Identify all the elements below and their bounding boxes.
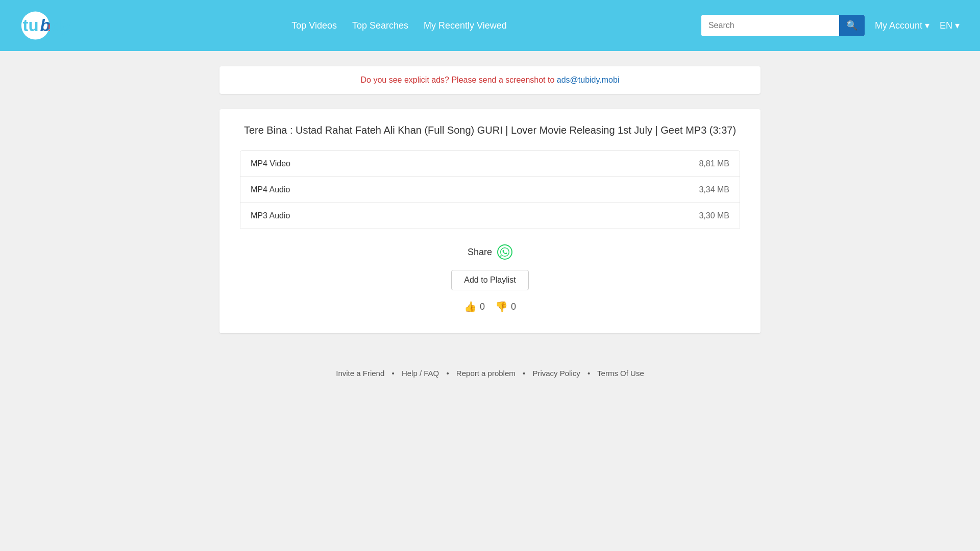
thumbup-icon: 👍 — [464, 300, 477, 313]
nav-recently-viewed[interactable]: My Recently Viewed — [424, 20, 507, 31]
main-nav: Top Videos Top Searches My Recently View… — [97, 20, 701, 31]
footer-help[interactable]: Help / FAQ — [402, 369, 439, 378]
ads-banner: Do you see explicit ads? Please send a s… — [219, 66, 761, 94]
share-label: Share — [468, 247, 492, 258]
footer-terms[interactable]: Terms Of Use — [597, 369, 644, 378]
svg-text:!: ! — [47, 22, 51, 33]
lang-selector[interactable]: EN ▾ — [940, 20, 960, 31]
thumbdown-icon: 👎 — [495, 300, 508, 313]
my-account-menu[interactable]: My Account ▾ — [875, 20, 929, 31]
footer-invite[interactable]: Invite a Friend — [336, 369, 384, 378]
download-label-1: MP4 Audio — [251, 185, 290, 194]
footer: Invite a Friend • Help / FAQ • Report a … — [0, 354, 980, 398]
banner-text: Do you see explicit ads? Please send a s… — [361, 76, 620, 84]
download-size-1: 3,34 MB — [699, 185, 729, 194]
nav-top-searches[interactable]: Top Searches — [352, 20, 408, 31]
search-button[interactable]: 🔍 — [839, 15, 865, 36]
svg-text:tu: tu — [23, 16, 39, 35]
ads-email[interactable]: ads@tubidy.mobi — [557, 76, 620, 84]
download-row-mp4audio[interactable]: MP4 Audio 3,34 MB — [240, 177, 740, 203]
search-box: 🔍 — [701, 15, 865, 36]
search-input[interactable] — [701, 16, 839, 35]
main-content: Tere Bina : Ustad Rahat Fateh Ali Khan (… — [219, 109, 761, 333]
whatsapp-share-button[interactable] — [497, 244, 512, 260]
download-list: MP4 Video 8,81 MB MP4 Audio 3,34 MB MP3 … — [240, 151, 740, 229]
like-button[interactable]: 👍 0 — [464, 300, 485, 313]
like-count: 0 — [480, 302, 485, 312]
footer-privacy[interactable]: Privacy Policy — [532, 369, 580, 378]
download-row-mp4video[interactable]: MP4 Video 8,81 MB — [240, 151, 740, 177]
actions-area: Share Add to Playlist 👍 0 👎 0 — [240, 244, 740, 313]
download-row-mp3audio[interactable]: MP3 Audio 3,30 MB — [240, 203, 740, 229]
svg-text:dy: dy — [52, 16, 71, 35]
download-label-2: MP3 Audio — [251, 211, 290, 220]
song-title: Tere Bina : Ustad Rahat Fateh Ali Khan (… — [240, 124, 740, 136]
download-label-0: MP4 Video — [251, 159, 290, 168]
add-to-playlist-button[interactable]: Add to Playlist — [451, 270, 528, 290]
download-size-2: 3,30 MB — [699, 211, 729, 220]
dislike-button[interactable]: 👎 0 — [495, 300, 516, 313]
footer-report[interactable]: Report a problem — [456, 369, 516, 378]
share-row: Share — [468, 244, 512, 260]
header: tu b ! dy Top Videos Top Searches My Rec… — [0, 0, 980, 51]
logo[interactable]: tu b ! dy — [20, 9, 77, 42]
dislike-count: 0 — [511, 302, 516, 312]
download-size-0: 8,81 MB — [699, 159, 729, 168]
header-right: 🔍 My Account ▾ EN ▾ — [701, 15, 960, 36]
votes-row: 👍 0 👎 0 — [464, 300, 516, 313]
nav-top-videos[interactable]: Top Videos — [291, 20, 337, 31]
